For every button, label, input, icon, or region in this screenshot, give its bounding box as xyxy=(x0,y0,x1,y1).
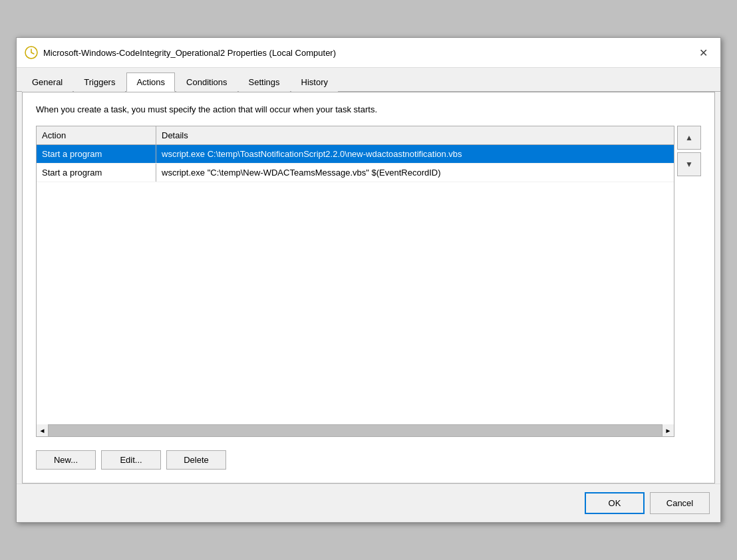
tab-conditions[interactable]: Conditions xyxy=(176,72,237,92)
tab-bar: General Triggers Actions Conditions Sett… xyxy=(17,68,720,92)
dialog-footer: OK Cancel xyxy=(17,484,720,522)
title-bar: Microsoft-Windows-CodeIntegrity_Operatio… xyxy=(17,38,720,68)
table-header: Action Details xyxy=(37,126,674,145)
app-icon xyxy=(25,46,38,59)
cell-action-1: Start a program xyxy=(37,164,156,182)
cell-details-0: wscript.exe C:\temp\ToastNotificationScr… xyxy=(156,145,674,163)
table-row[interactable]: Start a program wscript.exe C:\temp\Toas… xyxy=(37,145,674,164)
scroll-track xyxy=(49,425,662,436)
dialog-window: Microsoft-Windows-CodeIntegrity_Operatio… xyxy=(16,37,721,523)
tab-actions[interactable]: Actions xyxy=(126,72,175,92)
title-bar-left: Microsoft-Windows-CodeIntegrity_Operatio… xyxy=(25,46,336,59)
scroll-buttons: ▲ ▼ xyxy=(677,126,701,437)
tab-history[interactable]: History xyxy=(291,72,338,92)
table-panel: Action Details Start a program wscript.e… xyxy=(36,126,674,437)
table-body: Start a program wscript.exe C:\temp\Toas… xyxy=(37,145,674,424)
column-header-details: Details xyxy=(156,126,674,144)
description-text: When you create a task, you must specify… xyxy=(36,103,701,116)
scroll-down-button[interactable]: ▼ xyxy=(677,152,701,176)
ok-button[interactable]: OK xyxy=(585,492,645,514)
table-wrapper: Action Details Start a program wscript.e… xyxy=(36,126,701,437)
horizontal-scrollbar[interactable]: ◄ ► xyxy=(36,425,674,437)
cancel-button[interactable]: Cancel xyxy=(650,492,710,514)
delete-button[interactable]: Delete xyxy=(166,450,226,470)
content-area: When you create a task, you must specify… xyxy=(22,92,715,484)
scroll-left-button[interactable]: ◄ xyxy=(37,424,49,436)
scroll-right-button[interactable]: ► xyxy=(662,424,674,436)
table-row[interactable]: Start a program wscript.exe "C:\temp\New… xyxy=(37,164,674,182)
cell-action-0: Start a program xyxy=(37,145,156,163)
action-buttons-bar: New... Edit... Delete xyxy=(36,445,701,472)
tab-settings[interactable]: Settings xyxy=(239,72,290,92)
new-button[interactable]: New... xyxy=(36,450,96,470)
tab-general[interactable]: General xyxy=(22,72,73,92)
edit-button[interactable]: Edit... xyxy=(101,450,161,470)
actions-table: Action Details Start a program wscript.e… xyxy=(36,126,674,425)
window-title: Microsoft-Windows-CodeIntegrity_Operatio… xyxy=(43,48,336,58)
close-button[interactable]: ✕ xyxy=(694,43,712,62)
tab-triggers[interactable]: Triggers xyxy=(74,72,125,92)
cell-details-1: wscript.exe "C:\temp\New-WDACTeamsMessag… xyxy=(156,164,674,182)
column-header-action: Action xyxy=(37,126,156,144)
scroll-up-button[interactable]: ▲ xyxy=(677,126,701,150)
